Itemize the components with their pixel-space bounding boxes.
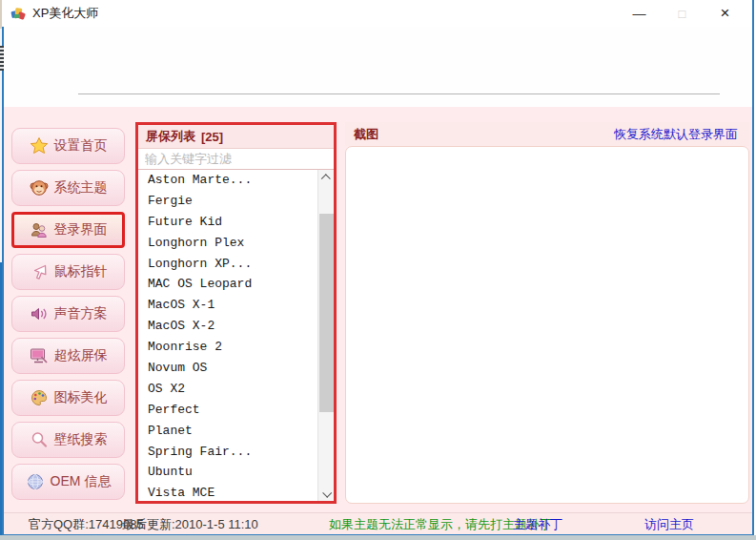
theme-patch-link[interactable]: 主题补丁 [513, 516, 562, 533]
globe-icon [26, 472, 45, 491]
cursor-icon [30, 262, 49, 281]
sidebar-item-system-theme[interactable]: 系统主题 [11, 170, 125, 206]
list-item[interactable]: Planet [138, 421, 317, 442]
list-item[interactable]: Perfect [138, 400, 317, 421]
list-item[interactable]: Longhorn XP... [138, 254, 317, 275]
preview-content-area [345, 146, 749, 504]
star-icon [30, 136, 49, 156]
preview-panel-header: 截图 恢复系统默认登录界面 [345, 122, 749, 146]
app-logo-icon [10, 6, 26, 21]
list-item[interactable]: Spring Fair... [138, 442, 317, 463]
visit-homepage-link[interactable]: 访问主页 [644, 516, 694, 533]
sidebar-item-screensaver[interactable]: 超炫屏保 [11, 338, 125, 374]
scrollbar[interactable] [317, 170, 334, 501]
users-icon [30, 220, 49, 239]
sidebar-item-label: 超炫屏保 [54, 347, 108, 364]
speaker-icon [30, 304, 49, 323]
list-item[interactable]: Future Kid [138, 212, 317, 233]
desktop-remnant [0, 535, 756, 540]
sidebar-item-label: OEM 信息 [51, 473, 112, 490]
window-controls: — □ × [618, 0, 746, 27]
list-item[interactable]: Longhorn Plex [138, 233, 317, 254]
status-bar: 官方QQ群:17419085 最后更新:2010-1-5 11:10 如果主题无… [4, 512, 752, 534]
monkey-icon [30, 178, 49, 197]
sidebar-item-label: 声音方案 [54, 305, 108, 322]
screensaver-panel-header: 屏保列表 [25] [138, 125, 334, 149]
list-item[interactable]: MacOS X-1 [138, 295, 317, 316]
sidebar-item-label: 鼠标指针 [54, 263, 108, 280]
sidebar-item-label: 图标美化 [54, 389, 108, 406]
list-item[interactable]: MAC OS Leopard [138, 274, 317, 295]
list-item[interactable]: Moonrise 2 [138, 337, 317, 358]
last-update-text: 最后更新:2010-1-5 11:10 [122, 516, 258, 533]
list-item[interactable]: Ubuntu [138, 462, 317, 483]
window-title: XP美化大师 [32, 5, 98, 22]
minimize-button[interactable]: — [618, 0, 661, 27]
sidebar-item-icon-beautify[interactable]: 图标美化 [11, 380, 125, 416]
banner-divider [78, 93, 720, 94]
chevron-down-icon [322, 488, 332, 497]
scroll-up-button[interactable] [318, 170, 334, 185]
sidebar-item-label: 设置首页 [54, 137, 108, 155]
list-item[interactable]: Novum OS [138, 358, 317, 379]
palette-icon [30, 388, 49, 407]
maximize-button[interactable]: □ [661, 0, 704, 27]
close-button[interactable]: × [704, 0, 746, 27]
restore-default-login-link[interactable]: 恢复系统默认登录界面 [614, 126, 749, 143]
filter-input[interactable] [138, 149, 334, 170]
sidebar-item-login-ui[interactable]: 登录界面 [11, 212, 125, 248]
list-item[interactable]: MacOS X-2 [138, 316, 317, 337]
sidebar-item-sound-scheme[interactable]: 声音方案 [11, 296, 125, 332]
sidebar-item-label: 登录界面 [54, 221, 108, 239]
preview-title: 截图 [345, 126, 378, 143]
monitor-icon [30, 346, 49, 365]
screensaver-panel: 屏保列表 [25] Aston Marte...FergieFuture Kid… [135, 122, 337, 504]
list-item[interactable]: Vista MCE [138, 483, 317, 501]
screensaver-list: Aston Marte...FergieFuture KidLonghorn P… [138, 170, 317, 501]
sidebar-item-wallpaper-search[interactable]: 壁纸搜索 [11, 422, 125, 458]
list-item[interactable]: OS X2 [138, 379, 317, 400]
banner-area [4, 27, 752, 107]
screensaver-count-badge: [25] [201, 130, 223, 144]
title-bar: XP美化大师 — □ × [2, 0, 752, 27]
scroll-down-button[interactable] [318, 486, 334, 501]
preview-panel: 截图 恢复系统默认登录界面 [345, 122, 749, 504]
scrollbar-thumb[interactable] [319, 214, 334, 412]
screen: XP美化大师 — □ × 设置首页 系统主题 登录界面 [0, 0, 756, 540]
screensaver-list-title: 屏保列表 [146, 128, 195, 145]
list-item[interactable]: Fergie [138, 191, 317, 212]
list-item[interactable]: Aston Marte... [138, 170, 317, 191]
sidebar-item-label: 系统主题 [54, 179, 108, 197]
sidebar: 设置首页 系统主题 登录界面 鼠标指针 声音方案 [11, 128, 125, 506]
sidebar-item-mouse-pointer[interactable]: 鼠标指针 [11, 254, 125, 290]
sidebar-item-oem-info[interactable]: OEM 信息 [11, 464, 125, 500]
sidebar-item-set-homepage[interactable]: 设置首页 [11, 128, 125, 164]
chevron-up-icon [320, 174, 330, 183]
magnifier-icon [30, 430, 49, 449]
sidebar-item-label: 壁纸搜索 [54, 431, 108, 448]
